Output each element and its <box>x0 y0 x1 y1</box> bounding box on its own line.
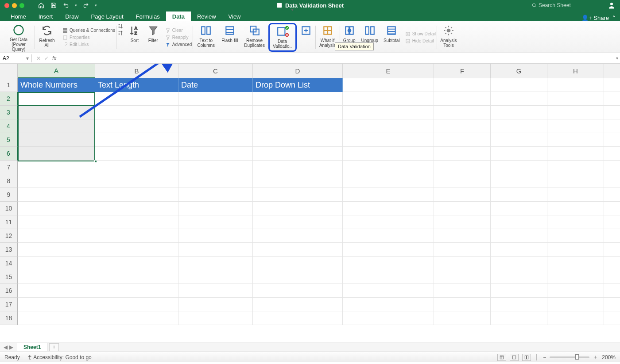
cell[interactable] <box>547 174 604 188</box>
cell[interactable] <box>343 243 434 257</box>
column-header[interactable]: F <box>434 64 491 78</box>
cell[interactable] <box>178 215 253 229</box>
sort-button[interactable]: AZ Sort <box>125 23 144 52</box>
column-header[interactable]: G <box>491 64 547 78</box>
search-input[interactable] <box>539 2 592 8</box>
cell[interactable] <box>18 284 95 298</box>
cell[interactable] <box>547 243 604 257</box>
zoom-slider[interactable] <box>550 356 589 358</box>
cell[interactable] <box>434 311 491 325</box>
cell[interactable] <box>18 229 95 243</box>
cell[interactable] <box>18 257 95 270</box>
cell[interactable] <box>253 215 343 229</box>
cell[interactable] <box>604 243 620 257</box>
cell[interactable] <box>491 298 547 311</box>
cell[interactable] <box>18 202 95 215</box>
cell[interactable] <box>547 257 604 270</box>
tab-insert[interactable]: Insert <box>32 11 59 21</box>
enter-formula-icon[interactable]: ✓ <box>44 55 49 61</box>
cell[interactable] <box>547 215 604 229</box>
cell[interactable] <box>95 119 178 133</box>
cell[interactable] <box>343 161 434 174</box>
cell[interactable]: Drop Down List <box>253 78 343 92</box>
zoom-in-button[interactable]: ＋ <box>593 353 598 361</box>
cell[interactable] <box>95 147 178 161</box>
cell[interactable] <box>547 92 604 106</box>
cell[interactable] <box>343 188 434 202</box>
cell[interactable] <box>491 92 547 106</box>
formula-input[interactable] <box>61 55 620 61</box>
tab-data[interactable]: Data <box>166 11 191 21</box>
cell[interactable] <box>547 311 604 325</box>
cell[interactable] <box>604 119 620 133</box>
collapse-ribbon-icon[interactable]: ˄ <box>612 15 616 21</box>
cell[interactable] <box>491 106 547 119</box>
cell[interactable] <box>253 147 343 161</box>
row-header[interactable]: 1 <box>0 78 18 92</box>
cell[interactable] <box>434 119 491 133</box>
user-icon[interactable] <box>608 1 616 9</box>
cell[interactable] <box>95 188 178 202</box>
get-data-button[interactable]: Get Data (Power Query) <box>3 23 35 52</box>
cell[interactable] <box>343 119 434 133</box>
cell[interactable] <box>547 229 604 243</box>
cell[interactable] <box>18 92 95 106</box>
cell[interactable] <box>253 311 343 325</box>
row-header[interactable]: 9 <box>0 188 18 202</box>
cell[interactable] <box>178 311 253 325</box>
cell[interactable] <box>434 243 491 257</box>
cell[interactable] <box>491 284 547 298</box>
cell[interactable] <box>604 270 620 284</box>
cell[interactable] <box>253 243 343 257</box>
cell[interactable] <box>604 284 620 298</box>
column-header[interactable]: I <box>604 64 620 78</box>
cell[interactable] <box>253 161 343 174</box>
qat-customize[interactable]: ▾ <box>95 3 97 8</box>
cell[interactable] <box>95 229 178 243</box>
cell[interactable] <box>434 284 491 298</box>
cell[interactable] <box>95 270 178 284</box>
sort-az-button[interactable] <box>116 23 125 52</box>
minimize-window-button[interactable] <box>12 3 17 8</box>
cell[interactable] <box>95 133 178 147</box>
cell[interactable] <box>491 133 547 147</box>
row-header[interactable]: 17 <box>0 298 18 311</box>
cell[interactable] <box>18 270 95 284</box>
tab-draw[interactable]: Draw <box>59 11 85 21</box>
cell[interactable] <box>18 106 95 119</box>
cell[interactable] <box>547 284 604 298</box>
cell[interactable] <box>491 147 547 161</box>
fx-icon[interactable]: fx <box>52 55 56 61</box>
cell[interactable] <box>343 298 434 311</box>
cell[interactable] <box>253 298 343 311</box>
cell[interactable] <box>18 119 95 133</box>
row-header[interactable]: 7 <box>0 161 18 174</box>
undo-icon[interactable] <box>62 2 70 9</box>
data-validation-button[interactable]: Data Validatio.. ▾ <box>271 25 294 49</box>
row-header[interactable]: 13 <box>0 243 18 257</box>
zoom-level[interactable]: 200% <box>602 354 616 360</box>
cell[interactable] <box>547 202 604 215</box>
cell[interactable] <box>343 311 434 325</box>
cell[interactable] <box>95 174 178 188</box>
cell[interactable] <box>178 188 253 202</box>
cell[interactable] <box>95 284 178 298</box>
cell[interactable] <box>18 311 95 325</box>
cell[interactable] <box>178 161 253 174</box>
cell[interactable] <box>547 270 604 284</box>
cell[interactable] <box>95 202 178 215</box>
cell[interactable] <box>178 92 253 106</box>
cell[interactable]: Date <box>178 78 253 92</box>
cell[interactable] <box>95 161 178 174</box>
cell[interactable] <box>178 298 253 311</box>
row-header[interactable]: 4 <box>0 119 18 133</box>
cell[interactable] <box>491 188 547 202</box>
column-header[interactable]: E <box>343 64 434 78</box>
flash-fill-button[interactable]: Flash-fill <box>219 23 240 52</box>
tab-formulas[interactable]: Formulas <box>130 11 166 21</box>
cell[interactable] <box>95 92 178 106</box>
cell[interactable] <box>604 78 620 92</box>
cell[interactable] <box>547 119 604 133</box>
column-header[interactable]: H <box>547 64 604 78</box>
cell[interactable] <box>343 270 434 284</box>
